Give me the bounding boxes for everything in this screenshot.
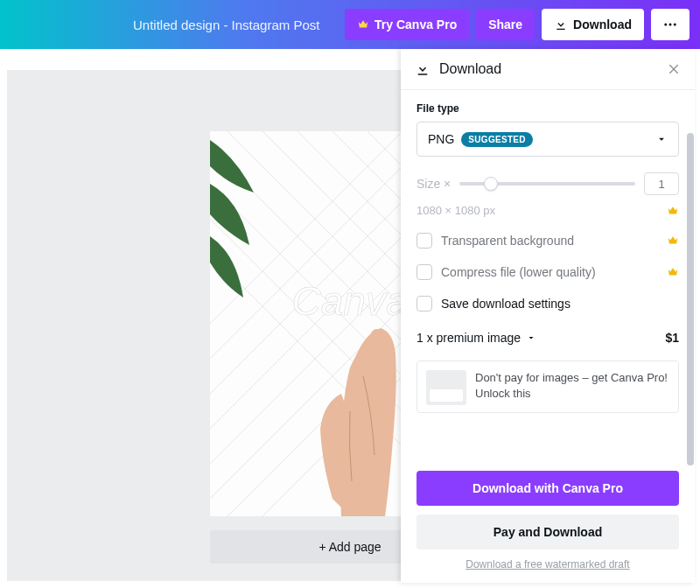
scrollbar-thumb[interactable] — [687, 133, 694, 466]
close-icon — [667, 62, 681, 76]
close-button[interactable] — [667, 62, 681, 76]
try-canva-pro-button[interactable]: Try Canva Pro — [345, 9, 469, 40]
premium-summary: 1 x premium image — [416, 331, 521, 345]
chevron-down-icon — [655, 133, 668, 145]
file-type-select[interactable]: PNG SUGGESTED — [416, 122, 679, 157]
pro-promo-card[interactable]: Don't pay for images – get Canva Pro! Un… — [416, 360, 679, 413]
download-label: Download — [573, 18, 632, 32]
crown-icon — [357, 18, 369, 31]
suggested-badge: SUGGESTED — [461, 132, 533, 147]
promo-text: Don't pay for images – get Canva Pro! Un… — [475, 370, 669, 401]
svg-point-2 — [674, 24, 676, 26]
download-icon — [415, 61, 430, 77]
size-label: Size × — [416, 177, 451, 191]
compress-file-option[interactable]: Compress file (lower quality) — [416, 264, 679, 280]
more-button[interactable] — [651, 9, 690, 40]
option-label: Transparent background — [441, 234, 574, 248]
svg-text:Canva: Canva — [292, 278, 409, 324]
promo-thumbnail — [426, 370, 466, 405]
transparent-bg-option[interactable]: Transparent background — [416, 233, 679, 248]
add-page-label: + Add page — [318, 540, 381, 554]
panel-title: Download — [439, 61, 501, 77]
premium-summary-row[interactable]: 1 x premium image $1 — [416, 331, 679, 345]
option-label: Save download settings — [441, 297, 570, 311]
option-label: Compress file (lower quality) — [441, 265, 596, 279]
top-bar: Untitled design - Instagram Post Try Can… — [0, 0, 700, 49]
try-pro-label: Try Canva Pro — [374, 18, 457, 32]
file-type-label: File type — [416, 102, 679, 115]
size-slider[interactable] — [459, 182, 635, 186]
download-icon — [554, 18, 568, 32]
crown-icon — [667, 205, 679, 217]
dimensions-text: 1080 × 1080 px — [416, 204, 495, 217]
checkbox[interactable] — [416, 233, 432, 248]
slider-thumb[interactable] — [484, 177, 498, 191]
download-panel: Download File type PNG SUGGESTED Size × … — [401, 49, 695, 583]
svg-point-1 — [669, 24, 672, 26]
button-label: Download with Canva Pro — [472, 481, 623, 495]
panel-body: File type PNG SUGGESTED Size × 1080 × 10… — [401, 90, 695, 462]
file-type-value: PNG — [428, 132, 454, 146]
share-button[interactable]: Share — [476, 9, 535, 40]
crown-icon — [667, 234, 679, 247]
download-with-pro-button[interactable]: Download with Canva Pro — [416, 471, 679, 506]
panel-actions: Download with Canva Pro Pay and Download… — [401, 462, 695, 583]
svg-point-0 — [664, 24, 667, 26]
chevron-down-icon — [526, 332, 536, 343]
document-title[interactable]: Untitled design - Instagram Post — [133, 18, 319, 32]
share-label: Share — [488, 18, 522, 32]
crown-icon — [667, 266, 679, 278]
svg-point-22 — [368, 329, 385, 371]
download-button[interactable]: Download — [542, 9, 644, 40]
checkbox[interactable] — [416, 264, 432, 280]
pay-and-download-button[interactable]: Pay and Download — [416, 514, 679, 550]
button-label: Pay and Download — [494, 525, 602, 539]
panel-scrollbar[interactable] — [686, 98, 695, 509]
dimensions-row: 1080 × 1080 px — [416, 204, 679, 217]
watermarked-draft-link[interactable]: Download a free watermarked draft — [416, 558, 679, 570]
premium-price: $1 — [665, 331, 679, 345]
checkbox[interactable] — [416, 296, 432, 312]
size-input[interactable] — [644, 172, 679, 195]
size-row: Size × — [416, 172, 679, 195]
panel-header: Download — [401, 49, 695, 90]
dots-icon — [662, 17, 678, 32]
save-settings-option[interactable]: Save download settings — [416, 296, 679, 312]
